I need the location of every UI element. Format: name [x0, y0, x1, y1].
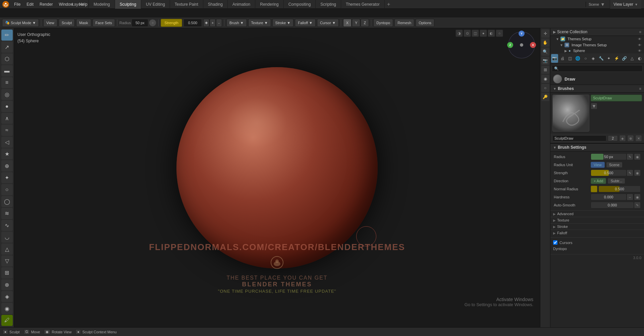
view-layer-tab[interactable]: View Layer ▼ [610, 0, 641, 9]
thumb-tool[interactable]: ◡ [1, 232, 13, 243]
cloth-tool[interactable]: ◉ [1, 303, 13, 314]
tab-themes-generator[interactable]: Themes Generator [341, 0, 385, 9]
constraints-props-icon[interactable]: 🔗 [621, 54, 628, 63]
tab-modeling[interactable]: Modeling [89, 0, 115, 9]
strength-sub[interactable]: - [216, 19, 222, 27]
viewport-material-button[interactable]: ◐ [488, 30, 495, 37]
clay-tool[interactable]: ⬡ [1, 53, 13, 64]
sphere-eye-icon[interactable]: 👁 [638, 49, 641, 53]
strength-animate-icon[interactable]: ◉ [634, 170, 641, 176]
collection-options-icon[interactable]: ≡ [639, 30, 641, 34]
side-icon-camera[interactable]: 📷 [541, 57, 549, 65]
dyntopo-button[interactable]: Dyntopo [373, 19, 393, 27]
nudge-tool[interactable]: ▽ [1, 255, 13, 267]
image-setup-eye-icon[interactable]: 👁 [638, 43, 641, 47]
radius-animate-icon[interactable]: ◉ [634, 153, 641, 160]
fill-tool[interactable]: ★ [1, 148, 13, 159]
brushes-options-icon[interactable]: ≡ [639, 87, 641, 91]
data-props-icon[interactable]: △ [629, 54, 636, 63]
themes-setup-eye-icon[interactable]: 👁 [638, 37, 641, 41]
brush-copy-icon[interactable]: ⊕ [627, 135, 634, 142]
auto-smooth-slider[interactable]: 0.000 [591, 202, 634, 208]
brush-dropdown-button[interactable]: Brush ▼ [226, 19, 247, 27]
brush-settings-section-header[interactable]: ▼ Brush Settings [550, 143, 644, 151]
direction-subtract-button[interactable]: Subtr... [607, 178, 625, 184]
texture-dropdown-button[interactable]: Texture ▼ [248, 19, 271, 27]
cursor-dropdown-button[interactable]: Cursor ▼ [317, 19, 339, 27]
slide-relax-tool[interactable]: ⊗ [1, 279, 13, 290]
menu-file[interactable]: File [11, 1, 23, 7]
tab-uv-editing[interactable]: UV Editing [141, 0, 170, 9]
x-symmetry-button[interactable]: X [343, 19, 352, 27]
viewport-xray-button[interactable]: ◫ [472, 30, 479, 37]
y-symmetry-button[interactable]: Y [352, 19, 360, 27]
scene-expand-icon[interactable]: ▼ [600, 2, 605, 7]
sculpt-mode-button[interactable]: 🎭 Sculpt Mode ▼ [2, 19, 39, 27]
color-paint-tool[interactable]: 🖊 [1, 315, 13, 326]
tab-shading[interactable]: Shading [203, 0, 228, 9]
auto-smooth-edit-icon[interactable]: ✎ [634, 202, 641, 208]
smooth-tool[interactable]: ≈ [1, 125, 13, 136]
crease-tool[interactable]: ∧ [1, 113, 13, 124]
gizmo-y-axis[interactable]: Y [519, 31, 525, 37]
tab-rendering[interactable]: Rendering [255, 0, 283, 9]
mask-menu-button[interactable]: Mask [76, 19, 91, 27]
cursors-checkbox[interactable] [553, 240, 557, 245]
sculpt-menu-button[interactable]: Sculpt [59, 19, 75, 27]
brush-name-input[interactable] [552, 135, 606, 141]
layer-tool[interactable]: ≡ [1, 77, 13, 88]
side-icon-grid[interactable]: ⊞ [541, 66, 549, 74]
brush-number[interactable]: 2 [608, 135, 618, 141]
stroke-section[interactable]: ▶ Stroke [550, 223, 644, 230]
strength-slider[interactable]: 0.500 [591, 170, 627, 176]
falloff-section[interactable]: ▶ Falloff [550, 230, 644, 236]
strength-input[interactable]: 0.500 [183, 19, 202, 27]
options-button[interactable]: Options [416, 19, 434, 27]
modifier-props-icon[interactable]: 🔧 [597, 54, 604, 63]
radius-input[interactable]: 50 px [131, 19, 148, 27]
view-menu-button[interactable]: View [43, 19, 57, 27]
tab-layout[interactable]: Layout [67, 0, 89, 9]
advanced-section[interactable]: ▶ Advanced [550, 210, 644, 217]
physics-props-icon[interactable]: ⚡ [613, 54, 620, 63]
hardness-lock-icon[interactable]: ↔ [627, 194, 633, 200]
themes-setup-item[interactable]: ▼ 📁 Themes Setup 👁 [550, 36, 644, 42]
side-icon-cursor[interactable]: ✛ [541, 30, 549, 38]
strength-toggle-button[interactable]: Strength [161, 19, 182, 27]
side-icon-lock[interactable]: 🔑 [541, 93, 549, 101]
radius-edit-icon[interactable]: ✎ [627, 153, 633, 160]
strength-edit-icon[interactable]: ✎ [627, 170, 633, 176]
image-themes-setup-item[interactable]: ▼ 🖼 Image Themes Setup 👁 [550, 42, 644, 48]
falloff-dropdown-button[interactable]: Falloff ▼ [295, 19, 316, 27]
normal-radius-slider[interactable]: 0.500 [598, 186, 641, 192]
viewport-solid-button[interactable]: ● [480, 30, 487, 37]
elastic-grab-tool[interactable]: ≋ [1, 208, 13, 219]
draw-sharp-tool[interactable]: ↗ [1, 41, 13, 52]
viewport-render-button[interactable]: ○ [496, 30, 503, 37]
add-workspace-button[interactable]: + [385, 0, 393, 9]
side-icon-zoom[interactable]: 🔍 [541, 48, 549, 56]
object-props-icon[interactable]: ◈ [590, 54, 597, 63]
flatten-tool[interactable]: ◁ [1, 137, 13, 148]
panel-search-input[interactable] [552, 65, 643, 72]
remesh-button[interactable]: Remesh [394, 19, 414, 27]
gizmo-z-axis[interactable]: Z [507, 42, 513, 48]
z-symmetry-button[interactable]: Z [361, 19, 369, 27]
side-icon-hand[interactable]: ✋ [541, 39, 549, 47]
direction-add-button[interactable]: + Add [591, 178, 606, 184]
tab-compositing[interactable]: Compositing [284, 0, 316, 9]
texture-section[interactable]: ▶ Texture [550, 217, 644, 223]
render-props-icon[interactable]: 📷 [551, 54, 558, 63]
gizmo-x-axis[interactable]: X [530, 42, 536, 48]
output-props-icon[interactable]: 🖨 [559, 54, 566, 63]
world-props-icon[interactable]: ○ [582, 54, 589, 63]
clay-strips-tool[interactable]: ▬ [1, 65, 13, 76]
radius-unit-scene-button[interactable]: Scene [606, 162, 623, 168]
tab-animation[interactable]: Animation [228, 0, 255, 9]
grab-tool[interactable]: ◯ [1, 196, 13, 207]
boundary-tool[interactable]: ◈ [1, 291, 13, 302]
menu-edit[interactable]: Edit [24, 1, 36, 7]
collection-expand-icon[interactable]: ▶ [553, 30, 556, 34]
pressure-toggle[interactable]: ◈ [203, 19, 209, 27]
material-props-icon[interactable]: ◐ [636, 54, 643, 63]
